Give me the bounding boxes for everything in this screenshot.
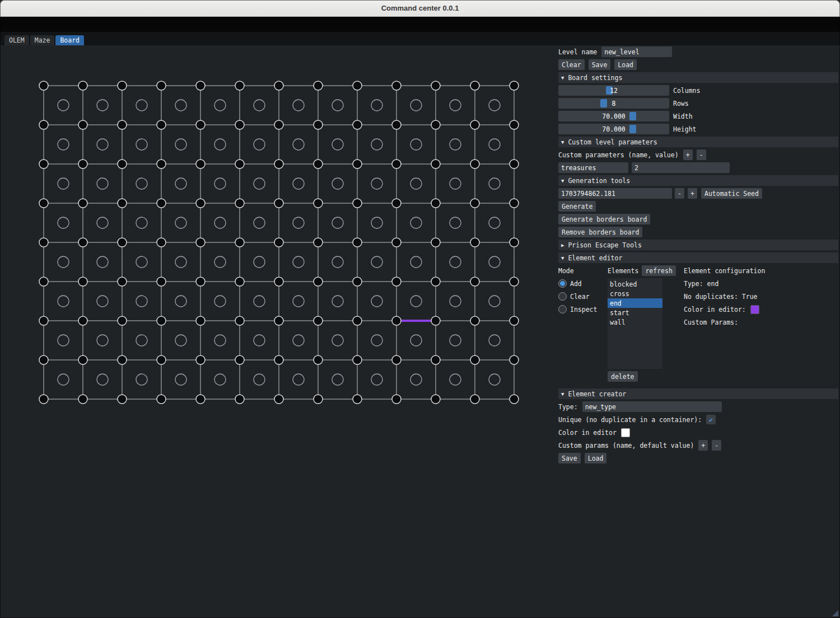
creator-unique-row: Unique (no duplicate in a container): ✔ (558, 414, 838, 425)
rows-row: 8 Rows (558, 98, 838, 109)
radio-icon (558, 305, 567, 313)
seed-input[interactable]: 1703794862.181 (558, 188, 672, 199)
seed-value: 1703794862.181 (561, 190, 615, 198)
element-editor-header[interactable]: ▼ Element editor (558, 252, 838, 263)
unique-checkbox[interactable]: ✔ (706, 415, 716, 424)
custom-parameters-label-row: Custom parameters (name, value) + - (558, 149, 838, 160)
elements-column: Elements refresh blockedcrossendstartwal… (608, 265, 684, 382)
height-row: 70.000 Height (558, 124, 838, 134)
element-color-swatch[interactable] (750, 305, 759, 314)
element-configuration-title: Element configuration (684, 265, 838, 276)
element-type-text: Type: end (684, 278, 838, 289)
element-list-item-cross[interactable]: cross (608, 289, 662, 298)
creator-color-swatch[interactable] (621, 428, 630, 437)
element-list-item-start[interactable]: start (608, 308, 662, 317)
generation-tools-header[interactable]: ▼ Generation tools (558, 175, 838, 186)
tab-olem[interactable]: OLEM (4, 35, 29, 45)
generation-tools-title: Generation tools (568, 177, 630, 185)
rows-value: 8 (558, 98, 669, 109)
clear-button[interactable]: Clear (558, 59, 585, 70)
mode-clear-label: Clear (570, 293, 590, 301)
caret-right-icon: ▶ (561, 242, 564, 248)
creator-save-button[interactable]: Save (558, 453, 581, 464)
generate-row: Generate (558, 201, 838, 212)
columns-value: 12 (558, 85, 669, 96)
seed-decrement-button[interactable]: - (675, 188, 684, 199)
creator-type-input[interactable]: new_type (582, 401, 722, 412)
settings-panel: Level name new_level Clear Save Load ▼ B… (558, 46, 838, 466)
creator-load-button[interactable]: Load (585, 453, 607, 464)
parameter-value-input[interactable]: 2 (632, 162, 730, 173)
board-settings-title: Board settings (568, 74, 622, 82)
creator-remove-param-button[interactable]: - (712, 440, 721, 451)
window-titlebar[interactable]: Command center 0.0.1 (0, 0, 840, 17)
parameter-name-value: treasures (561, 164, 596, 172)
creator-type-label: Type: (558, 403, 578, 411)
remove-borders-board-button[interactable]: Remove borders board (558, 227, 642, 237)
automatic-seed-button[interactable]: Automatic Seed (701, 188, 762, 199)
element-editor-body: Mode Add Clear Inspect Elements refresh (558, 265, 838, 382)
creator-color-label: Color in editor (558, 429, 617, 437)
window-title: Command center 0.0.1 (381, 4, 459, 12)
mode-label: Mode (558, 265, 608, 276)
element-list-item-wall[interactable]: wall (608, 317, 662, 327)
elements-header-row: Elements refresh (608, 265, 684, 276)
creator-unique-label: Unique (no duplicate in a container): (558, 416, 702, 424)
creator-file-buttons: Save Load (558, 453, 838, 464)
element-editor-title: Element editor (568, 254, 622, 262)
caret-down-icon: ▼ (561, 139, 564, 145)
elements-label: Elements (608, 267, 638, 275)
level-file-buttons: Clear Save Load (558, 59, 838, 70)
caret-down-icon: ▼ (561, 391, 564, 397)
columns-slider[interactable]: 12 (558, 85, 669, 96)
main-content: Level name new_level Clear Save Load ▼ B… (0, 45, 840, 618)
width-label: Width (673, 113, 693, 120)
save-button[interactable]: Save (589, 59, 611, 70)
rows-slider[interactable]: 8 (558, 98, 669, 109)
height-value: 70.000 (558, 124, 669, 134)
mode-add-radio[interactable]: Add (558, 278, 608, 289)
remove-parameter-button[interactable]: - (697, 149, 706, 160)
caret-down-icon: ▼ (561, 75, 564, 81)
element-list-item-end[interactable]: end (608, 298, 662, 308)
level-name-input[interactable]: new_level (601, 46, 672, 57)
delete-button[interactable]: delete (608, 371, 638, 382)
resize-grip-icon[interactable] (832, 610, 838, 616)
custom-level-parameters-title: Custom level parameters (568, 138, 657, 146)
custom-level-parameters-header[interactable]: ▼ Custom level parameters (558, 137, 838, 147)
board-canvas[interactable] (0, 45, 538, 462)
prison-escape-tools-header[interactable]: ▶ Prison Escape Tools (558, 240, 838, 250)
generate-button[interactable]: Generate (558, 201, 596, 212)
element-configuration-column: Element configuration Type: end No dupli… (684, 265, 838, 382)
tab-board[interactable]: Board (55, 35, 84, 45)
parameter-value-value: 2 (634, 164, 638, 172)
element-list[interactable]: blockedcrossendstartwall (608, 278, 662, 369)
radio-icon (558, 279, 567, 288)
add-parameter-button[interactable]: + (683, 149, 693, 160)
creator-type-row: Type: new_type (558, 401, 838, 412)
mode-clear-radio[interactable]: Clear (558, 291, 608, 302)
refresh-button[interactable]: refresh (642, 265, 675, 276)
generate-borders-row: Generate borders board (558, 214, 838, 224)
element-creator-header[interactable]: ▼ Element creator (558, 388, 838, 399)
width-value: 70.000 (558, 111, 669, 121)
radio-icon (558, 292, 567, 301)
custom-parameter-row: treasures 2 (558, 162, 838, 173)
element-duplicates-text: No duplicates: True (684, 291, 838, 302)
board-settings-header[interactable]: ▼ Board settings (558, 72, 838, 83)
seed-increment-button[interactable]: + (688, 188, 697, 199)
creator-color-row: Color in editor (558, 427, 838, 438)
element-custom-params-text: Custom Params: (684, 317, 838, 327)
mode-add-label: Add (570, 280, 582, 288)
parameter-name-input[interactable]: treasures (558, 162, 628, 173)
height-slider[interactable]: 70.000 (558, 124, 669, 134)
creator-params-label: Custom params (name, default value) (558, 442, 694, 450)
tab-maze[interactable]: Maze (30, 35, 55, 45)
element-list-item-blocked[interactable]: blocked (608, 279, 662, 289)
generate-borders-board-button[interactable]: Generate borders board (558, 214, 650, 224)
width-slider[interactable]: 70.000 (558, 111, 669, 121)
creator-add-param-button[interactable]: + (698, 440, 708, 451)
creator-type-value: new_type (585, 403, 616, 411)
mode-inspect-radio[interactable]: Inspect (558, 304, 608, 315)
load-button[interactable]: Load (614, 59, 637, 70)
